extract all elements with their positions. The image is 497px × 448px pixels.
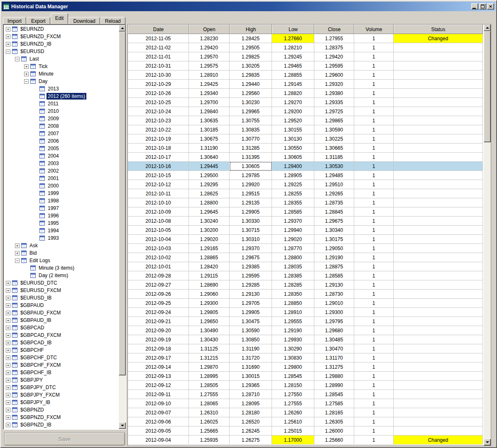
cell-date[interactable]: 2012-10-04 [128,235,189,244]
cell-high[interactable]: 1.30850 [230,335,272,344]
cell-status[interactable]: Changed [394,34,483,43]
table-row[interactable]: 2012-09-171.312151.317201.308301.311701 [128,353,483,363]
cell-date[interactable]: 2012-10-03 [128,244,189,253]
cell-status[interactable] [394,271,483,280]
cell-low[interactable]: 1.29270 [272,98,314,107]
cell-volume[interactable]: 1 [354,372,394,381]
cell-status[interactable] [394,71,483,80]
tab-edit[interactable]: Edit [51,13,69,24]
cell-high[interactable]: 1.30330 [230,217,272,226]
cell-status[interactable] [394,363,483,372]
cell-status[interactable] [394,98,483,107]
cell-open[interactable]: 1.29570 [189,52,230,61]
cell-open[interactable]: 1.31215 [189,353,230,363]
cell-open[interactable]: 1.29340 [189,89,230,98]
cell-high[interactable]: 1.28425 [230,34,272,43]
cell-status[interactable] [394,116,483,125]
cell-close[interactable]: 1.28730 [314,290,354,299]
table-row[interactable]: 2012-09-061.260251.265201.256101.263051 [128,417,483,426]
cell-close[interactable]: 1.29050 [314,244,354,253]
cell-date[interactable]: 2012-10-19 [128,134,189,144]
cell-date[interactable]: 2012-09-13 [128,372,189,381]
tree-item-2004[interactable]: 2004 [4,152,118,160]
cell-low[interactable]: 1.29200 [272,107,314,116]
tree-item-2006[interactable]: 2006 [4,137,118,145]
cell-status[interactable] [394,89,483,98]
cell-high[interactable]: 1.29130 [230,290,272,299]
cell-volume[interactable]: 1 [354,353,394,363]
cell-volume[interactable]: 1 [354,335,394,344]
cell-high[interactable]: 1.29905 [230,207,272,217]
tree-scrollbar[interactable] [119,25,126,429]
cell-status[interactable] [394,353,483,363]
tree-item-bid[interactable]: +Bid [4,249,118,257]
table-row[interactable]: 2012-09-041.259351.262751.170001.256601C… [128,436,483,445]
cell-status[interactable] [394,244,483,253]
tree-item-eurnzd[interactable]: +$EURNZD [4,25,118,33]
cell-date[interactable]: 2012-09-12 [128,381,189,390]
cell-low[interactable]: 1.28585 [272,207,314,217]
table-row[interactable]: 2012-09-201.304901.305901.291901.296801 [128,326,483,335]
cell-date[interactable]: 2012-10-12 [128,180,189,189]
cell-date[interactable]: 2012-10-17 [128,153,189,162]
cell-close[interactable]: 1.28375 [314,43,354,52]
cell-date[interactable]: 2012-10-22 [128,125,189,134]
cell-date[interactable]: 2012-10-29 [128,80,189,89]
cell-date[interactable]: 2012-09-14 [128,363,189,372]
cell-open[interactable]: 1.29115 [189,271,230,280]
cell-low[interactable]: 1.28210 [272,43,314,52]
column-header-close[interactable]: Close [314,24,354,34]
tree-item-1996[interactable]: 1996 [4,212,118,219]
cell-low[interactable]: 1.26260 [272,408,314,417]
cell-volume[interactable]: 1 [354,125,394,134]
cell-open[interactable]: 1.31125 [189,344,230,353]
cell-status[interactable] [394,344,483,353]
cell-high[interactable]: 1.29370 [230,244,272,253]
cell-close[interactable]: 1.25660 [314,436,354,445]
cell-high[interactable]: 1.29560 [230,89,272,98]
cell-status[interactable] [394,262,483,271]
cell-low[interactable]: 1.28350 [272,290,314,299]
expand-plus-icon[interactable]: + [6,378,10,382]
cell-close[interactable]: 1.29675 [314,217,354,226]
cell-low[interactable]: 1.29245 [272,52,314,61]
cell-date[interactable]: 2012-11-01 [128,52,189,61]
tree-item-gbpchf-dtc[interactable]: +$GBPCHF_DTC [4,354,118,361]
cell-open[interactable]: 1.29425 [189,80,230,89]
cell-low[interactable]: 1.29370 [272,217,314,226]
cell-high[interactable]: 1.29825 [230,52,272,61]
cell-volume[interactable]: 1 [354,390,394,399]
cell-status[interactable] [394,207,483,217]
cell-date[interactable]: 2012-10-02 [128,253,189,262]
cell-status[interactable] [394,381,483,390]
cell-status[interactable] [394,189,483,198]
cell-volume[interactable]: 1 [354,107,394,116]
cell-low[interactable]: 1.30550 [272,144,314,153]
table-row[interactable]: 2012-10-241.298401.299651.292001.297251 [128,107,483,116]
column-header-open[interactable]: Open [189,24,230,34]
cell-date[interactable]: 2012-09-21 [128,317,189,326]
tree-item-2010[interactable]: 2010 [4,107,118,115]
cell-high[interactable]: 1.30770 [230,134,272,144]
cell-open[interactable]: 1.28625 [189,189,230,198]
column-header-volume[interactable]: Volume [354,24,394,34]
cell-date[interactable]: 2012-10-11 [128,189,189,198]
cell-high[interactable]: 1.30605 [230,162,272,171]
cell-close[interactable]: 1.28545 [314,390,354,399]
cell-volume[interactable]: 1 [354,116,394,125]
titlebar[interactable]: Historical Data Manager × [2,2,495,11]
cell-volume[interactable]: 1 [354,262,394,271]
cell-date[interactable]: 2012-09-05 [128,426,189,436]
cell-low[interactable]: 1.29930 [272,335,314,344]
table-row[interactable]: 2012-10-051.302001.307151.299401.303401 [128,226,483,235]
cell-open[interactable]: 1.26310 [189,408,230,417]
tree-item-eurusd-ib[interactable]: +$EURUSD_IB [4,294,118,302]
cell-date[interactable]: 2012-09-20 [128,326,189,335]
cell-close[interactable]: 1.29320 [314,80,354,89]
minimize-button[interactable] [471,3,478,10]
table-scroll-thumb[interactable] [484,31,491,142]
cell-close[interactable]: 1.28875 [314,262,354,271]
cell-status[interactable] [394,290,483,299]
cell-volume[interactable]: 1 [354,244,394,253]
table-row[interactable]: 2012-10-171.306401.313951.306051.311851 [128,153,483,162]
